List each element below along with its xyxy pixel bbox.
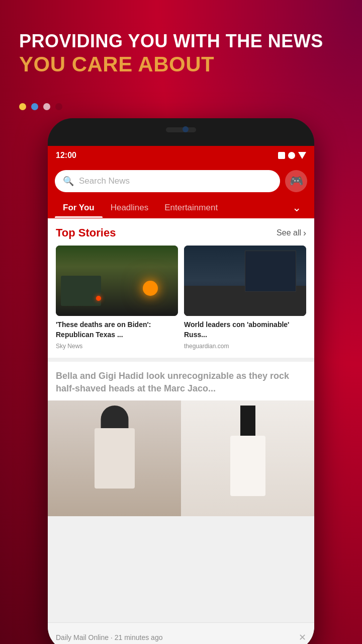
tab-entertainment[interactable]: Entertainment (156, 198, 226, 218)
app-header: 🔍 Search News 🎮 For You Headlines Entert… (48, 165, 314, 218)
see-all-button[interactable]: See all › (277, 228, 306, 238)
section-title: Top Stories (56, 226, 116, 239)
wifi-icon (288, 152, 295, 159)
avatar-button[interactable]: 🎮 (285, 170, 307, 192)
nav-tabs: For You Headlines Entertainment ⌄ (55, 197, 307, 218)
stories-row: 'These deaths are on Biden': Republican … (48, 246, 314, 358)
promo-line2: YOU CARE ABOUT (19, 52, 323, 77)
status-bar: 12:00 (48, 146, 314, 165)
tab-headlines[interactable]: Headlines (103, 198, 157, 218)
search-container: 🔍 Search News 🎮 (55, 170, 307, 192)
figure-right (181, 400, 314, 516)
story-card-1[interactable]: 'These deaths are on Biden': Republican … (56, 246, 178, 350)
story-card-2[interactable]: World leaders con 'abominable' Russ... t… (184, 246, 306, 350)
notification-source: Daily Mail Online · 21 minutes ago (56, 633, 162, 641)
story-image-1 (56, 246, 178, 316)
dot-2 (31, 103, 38, 110)
tab-for-you[interactable]: For You (55, 198, 103, 218)
story-headline-2: World leaders con 'abominable' Russ... (184, 320, 306, 340)
search-bar[interactable]: 🔍 Search News (55, 170, 280, 192)
dot-3 (43, 103, 50, 110)
building-scene (184, 246, 306, 316)
battery-icon (298, 152, 306, 159)
promo-line1: PROVIDING YOU WITH THE NEWS (19, 30, 323, 52)
see-all-label: See all (277, 228, 301, 237)
story-headline-1: 'These deaths are on Biden': Republican … (56, 320, 178, 340)
dot-4 (55, 103, 62, 110)
content-area: Top Stories See all › 'These deat (48, 218, 314, 516)
phone-top-bar (48, 118, 314, 146)
speaker (166, 127, 196, 132)
street-light (143, 281, 158, 296)
status-icons (278, 152, 306, 159)
story-source-2: theguardian.com (184, 343, 306, 350)
search-placeholder: Search News (79, 176, 130, 186)
street-scene (56, 246, 178, 316)
hadid-article[interactable]: Bella and Gigi Hadid look unrecognizable… (48, 358, 314, 516)
status-time: 12:00 (56, 151, 76, 160)
promo-section: PROVIDING YOU WITH THE NEWS YOU CARE ABO… (19, 30, 323, 77)
story-source-1: Sky News (56, 343, 178, 350)
chevron-right-icon: › (303, 228, 306, 238)
signal-icon (278, 152, 285, 159)
notification-bar: Daily Mail Online · 21 minutes ago ✕ (48, 622, 314, 644)
search-icon: 🔍 (63, 176, 74, 187)
front-camera (183, 126, 189, 132)
phone-frame: 12:00 🔍 Search News 🎮 For Y (48, 118, 314, 644)
hadid-title: Bella and Gigi Hadid look unrecognizable… (48, 362, 314, 400)
story-image-2 (184, 246, 306, 316)
phone-screen: 12:00 🔍 Search News 🎮 For Y (48, 146, 314, 644)
gamepad-icon: 🎮 (290, 175, 303, 188)
figure-left (48, 400, 181, 516)
notification-close-button[interactable]: ✕ (299, 632, 306, 643)
page-indicator (19, 103, 62, 110)
top-stories-header: Top Stories See all › (48, 218, 314, 246)
street-dot (96, 296, 101, 301)
hadid-image (48, 400, 314, 516)
dot-1 (19, 103, 26, 110)
tabs-more-button[interactable]: ⌄ (286, 197, 307, 218)
